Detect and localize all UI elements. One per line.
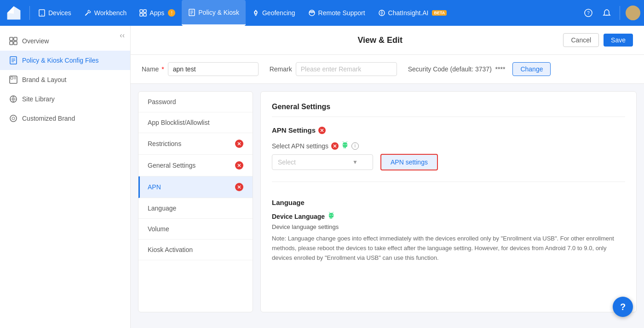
remote-icon bbox=[308, 9, 316, 17]
nav-devices[interactable]: Devices bbox=[32, 0, 78, 26]
nav-right-actions: ? bbox=[581, 6, 640, 20]
change-security-button[interactable]: Change bbox=[512, 62, 551, 76]
save-button[interactable]: Save bbox=[604, 34, 633, 47]
wrench-icon bbox=[84, 9, 92, 17]
nav-divider-2 bbox=[620, 6, 620, 20]
nav-geofencing-label: Geofencing bbox=[262, 9, 295, 17]
notifications-button[interactable] bbox=[599, 6, 614, 20]
help-nav-button[interactable]: ? bbox=[581, 6, 596, 20]
apps-badge: ! bbox=[168, 9, 175, 17]
svg-rect-25 bbox=[10, 37, 13, 41]
nav-chatinsight[interactable]: ChatInsight.AI BETA bbox=[372, 0, 454, 26]
subnav-app-blocklist[interactable]: App Blocklist/Allowlist bbox=[138, 112, 253, 133]
header-actions: Cancel Save bbox=[563, 33, 633, 47]
restrictions-badge bbox=[235, 140, 243, 148]
apn-settings-button[interactable]: APN settings bbox=[380, 154, 438, 170]
svg-rect-26 bbox=[14, 37, 17, 41]
svg-rect-6 bbox=[144, 10, 146, 12]
svg-point-24 bbox=[628, 14, 638, 20]
apn-select-dropdown[interactable]: Select ▼ bbox=[272, 154, 373, 170]
nav-geofencing[interactable]: Geofencing bbox=[246, 0, 302, 26]
svg-point-23 bbox=[630, 8, 636, 14]
info-icon[interactable]: i bbox=[351, 142, 359, 150]
sidebar-item-site-library[interactable]: Site Library bbox=[0, 89, 130, 109]
subnav-restrictions[interactable]: Restrictions bbox=[138, 133, 253, 155]
nav-policy-kiosk[interactable]: Policy & Kiosk bbox=[182, 0, 246, 26]
subnav-apn-label: APN bbox=[148, 183, 161, 191]
policy-icon bbox=[188, 9, 196, 16]
sidebar-policy-config-label: Policy & Kiosk Config Files bbox=[22, 57, 99, 64]
nav-chatinsight-label: ChatInsight.AI bbox=[388, 9, 429, 17]
nav-remote-label: Remote Support bbox=[318, 9, 365, 17]
sidebar-item-policy-config[interactable]: Policy & Kiosk Config Files bbox=[0, 51, 130, 70]
subnav-apn[interactable]: APN bbox=[138, 176, 253, 198]
geo-icon bbox=[252, 9, 259, 17]
security-label: Security Code (default: 3737) **** bbox=[408, 65, 506, 73]
svg-rect-5 bbox=[140, 10, 143, 12]
svg-point-51 bbox=[332, 215, 333, 216]
remark-input[interactable] bbox=[296, 62, 397, 76]
sidebar-brand-label: Brand & Layout bbox=[22, 76, 67, 83]
svg-rect-7 bbox=[140, 13, 143, 16]
name-label: Name * bbox=[142, 65, 164, 73]
page-title: View & Edit bbox=[197, 35, 563, 45]
svg-marker-1 bbox=[7, 6, 14, 14]
config-icon bbox=[9, 56, 17, 64]
apn-select-row: Select APN settings i Select bbox=[272, 141, 625, 170]
svg-line-53 bbox=[333, 212, 334, 213]
svg-point-50 bbox=[330, 215, 331, 216]
nav-devices-label: Devices bbox=[48, 9, 71, 17]
custom-icon bbox=[9, 114, 17, 123]
android-icon bbox=[341, 141, 349, 150]
language-section-title: Language bbox=[272, 199, 625, 206]
name-input[interactable] bbox=[168, 62, 259, 76]
nav-apps[interactable]: Apps ! bbox=[133, 0, 182, 26]
help-button[interactable]: ? bbox=[613, 297, 633, 317]
subnav-language[interactable]: Language bbox=[138, 198, 253, 219]
user-avatar[interactable] bbox=[626, 6, 640, 20]
device-language-block: Device Language Device language settings… bbox=[272, 212, 625, 263]
sidebar: ‹‹ Overview Policy & Kiosk Config Files … bbox=[0, 26, 131, 328]
svg-rect-28 bbox=[14, 41, 17, 45]
svg-point-17 bbox=[381, 12, 383, 14]
apn-settings-section: APN Settings Select APN settings bbox=[272, 126, 625, 170]
sidebar-custom-brand-label: Customized Brand bbox=[22, 115, 75, 122]
sidebar-item-customized-brand[interactable]: Customized Brand bbox=[0, 109, 130, 128]
svg-text:?: ? bbox=[587, 11, 590, 16]
sidebar-overview-label: Overview bbox=[22, 37, 49, 45]
device-lang-title: Device Language bbox=[272, 212, 625, 221]
sidebar-item-brand-layout[interactable]: Brand & Layout bbox=[0, 70, 130, 89]
name-field: Name * bbox=[142, 62, 259, 76]
svg-point-46 bbox=[343, 144, 344, 145]
subnav-password[interactable]: Password bbox=[138, 92, 253, 112]
sidebar-item-overview[interactable]: Overview bbox=[0, 31, 130, 51]
subnav-kiosk-activation[interactable]: Kiosk Activation bbox=[138, 240, 253, 260]
security-field: Security Code (default: 3737) **** Chang… bbox=[408, 62, 551, 76]
sub-navigation: Password App Blocklist/Allowlist Restric… bbox=[138, 91, 253, 312]
subnav-volume[interactable]: Volume bbox=[138, 219, 253, 240]
svg-point-39 bbox=[10, 115, 17, 122]
view-edit-header: View & Edit Cancel Save bbox=[131, 26, 644, 55]
nav-workbench[interactable]: Workbench bbox=[78, 0, 133, 26]
cancel-button[interactable]: Cancel bbox=[563, 33, 599, 47]
device-lang-note: Note: Language change goes into effect i… bbox=[272, 234, 625, 263]
tablet-icon bbox=[38, 9, 46, 17]
nav-remote-support[interactable]: Remote Support bbox=[302, 0, 372, 26]
subnav-volume-label: Volume bbox=[148, 225, 169, 233]
right-panel: General Settings APN Settings Select APN… bbox=[260, 91, 637, 312]
form-row: Name * Remark Security Code (default: 37… bbox=[131, 55, 644, 84]
apn-section-title: APN Settings bbox=[272, 126, 625, 134]
logo[interactable] bbox=[4, 3, 24, 23]
site-icon bbox=[9, 95, 17, 103]
chat-icon bbox=[378, 9, 385, 17]
nav-policy-label: Policy & Kiosk bbox=[198, 9, 239, 16]
app-body: ‹‹ Overview Policy & Kiosk Config Files … bbox=[0, 26, 644, 328]
svg-line-52 bbox=[329, 212, 330, 213]
device-lang-subtitle: Device language settings bbox=[272, 223, 625, 230]
subnav-general-settings[interactable]: General Settings bbox=[138, 155, 253, 176]
content-area: Password App Blocklist/Allowlist Restric… bbox=[131, 84, 644, 320]
sidebar-site-label: Site Library bbox=[22, 95, 55, 103]
svg-point-47 bbox=[345, 144, 346, 145]
sidebar-collapse-button[interactable]: ‹‹ bbox=[120, 31, 125, 40]
remark-field: Remark bbox=[270, 62, 397, 76]
